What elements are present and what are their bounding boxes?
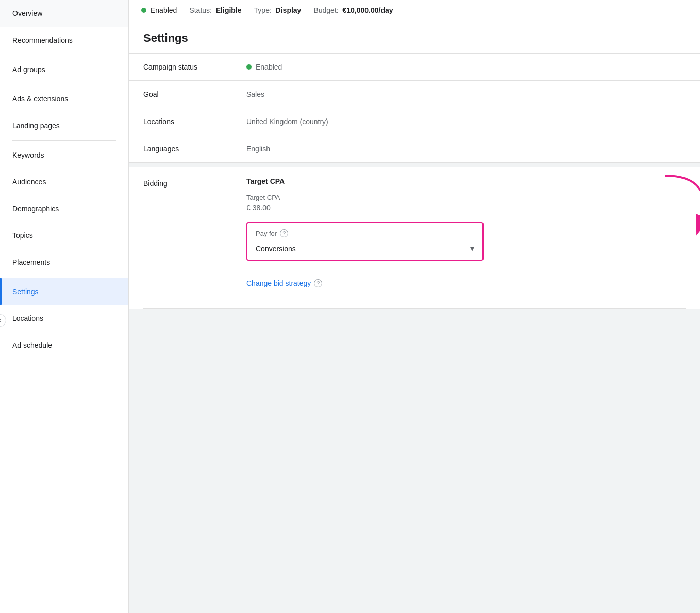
status-green-dot [246,64,252,70]
sidebar-item-recommendations[interactable]: Recommendations [0,27,128,54]
pay-for-box[interactable]: Pay for ? Conversions ▾ [246,222,484,261]
settings-row-text: Sales [246,90,264,98]
target-cpa-label: Target CPA [246,194,686,201]
change-bid-help-icon[interactable]: ? [314,279,322,287]
settings-title: Settings [143,31,686,45]
settings-row-campaign-status: Campaign statusEnabled [129,54,700,81]
type-item: Type: Display [254,6,302,14]
enabled-label: Enabled [151,6,177,14]
settings-row-text: United Kingdom (country) [246,117,328,126]
bidding-section: Bidding Target CPA Target CPA € 38.00 [129,167,700,309]
bidding-row: Bidding Target CPA Target CPA € 38.00 [143,167,686,309]
pay-for-value: Conversions [256,245,296,253]
sidebar-item-ad-groups[interactable]: Ad groups [0,56,128,83]
bidding-type: Target CPA [246,177,686,185]
dropdown-arrow-icon: ▾ [470,244,474,253]
settings-row-label: Campaign status [143,63,246,71]
sidebar-item-ad-schedule[interactable]: Ad schedule [0,332,128,359]
sidebar-divider [12,84,116,84]
sidebar-divider [12,55,116,55]
settings-row-text: English [246,145,270,153]
settings-row-value: English [246,145,270,153]
sidebar: ‹ OverviewRecommendationsAd groupsAds & … [0,0,129,613]
campaign-status-enabled: Enabled [141,6,177,14]
pay-for-select[interactable]: Conversions ▾ [256,244,474,253]
pay-for-text: Pay for [256,230,277,237]
settings-header: Settings [129,21,700,54]
settings-row-value: United Kingdom (country) [246,117,328,126]
pay-for-label: Pay for ? [256,229,474,237]
settings-table: Campaign statusEnabledGoalSalesLocations… [129,54,700,163]
sidebar-divider [12,140,116,141]
settings-row-value: Enabled [246,63,282,71]
type-prefix: Type: [254,6,272,14]
settings-row-locations: LocationsUnited Kingdom (country) [129,108,700,135]
sidebar-item-placements[interactable]: Placements [0,249,128,276]
sidebar-item-keywords[interactable]: Keywords [0,142,128,168]
bidding-content: Target CPA Target CPA € 38.00 [246,177,686,298]
budget-prefix: Budget: [313,6,338,14]
sidebar-item-ads-extensions[interactable]: Ads & extensions [0,86,128,112]
bidding-label: Bidding [143,177,246,298]
sidebar-item-locations[interactable]: Locations [0,305,128,332]
pay-for-container: Pay for ? Conversions ▾ [246,222,686,261]
settings-row-label: Goal [143,90,246,98]
status-value: Eligible [216,6,242,14]
pay-for-help-icon[interactable]: ? [280,229,288,237]
sidebar-item-settings[interactable]: Settings [0,278,128,305]
sidebar-item-landing-pages[interactable]: Landing pages [0,112,128,139]
sidebar-item-overview[interactable]: Overview [0,0,128,27]
settings-row-languages: LanguagesEnglish [129,135,700,162]
target-cpa-amount: € 38.00 [246,203,686,212]
campaign-top-bar: Enabled Status: Eligible Type: Display B… [129,0,700,21]
sidebar-item-demographics[interactable]: Demographics [0,195,128,222]
status-prefix: Status: [189,6,212,14]
status-item: Status: Eligible [189,6,241,14]
settings-row-label: Locations [143,117,246,126]
main-content: Enabled Status: Eligible Type: Display B… [129,0,700,613]
budget-item: Budget: €10,000.00/day [313,6,393,14]
settings-row-goal: GoalSales [129,81,700,108]
settings-row-value: Sales [246,90,264,98]
sidebar-item-audiences[interactable]: Audiences [0,168,128,195]
settings-row-label: Languages [143,145,246,153]
sidebar-divider [12,277,116,277]
sidebar-item-topics[interactable]: Topics [0,222,128,249]
change-bid-strategy-link[interactable]: Change bid strategy ? [246,269,686,298]
budget-value: €10,000.00/day [342,6,393,14]
change-bid-label: Change bid strategy [246,279,311,287]
settings-row-text: Enabled [256,63,282,71]
enabled-dot [141,8,146,13]
type-value: Display [276,6,302,14]
